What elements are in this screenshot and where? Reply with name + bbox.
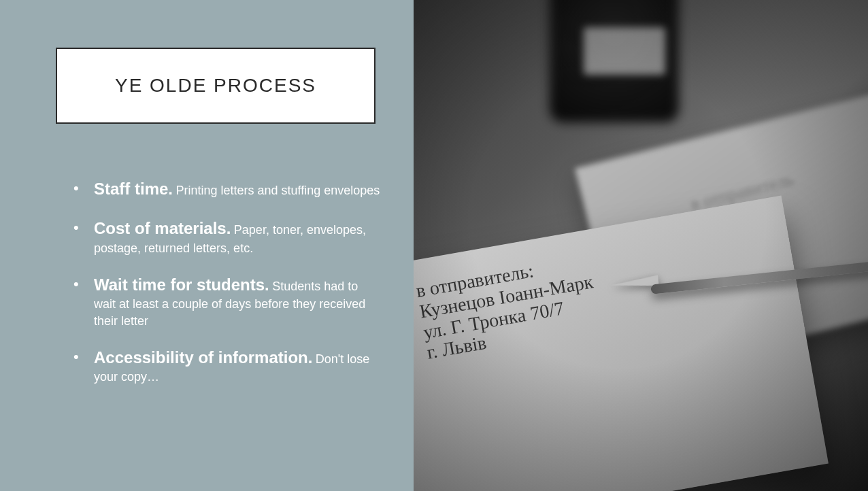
bullet-body: Printing letters and stuffing envelopes bbox=[176, 184, 380, 197]
bullet-heading: Wait time for students. bbox=[94, 275, 269, 294]
slide-title: YE OLDE PROCESS bbox=[115, 75, 316, 97]
bullet-item: Accessibility of information. Don't lose… bbox=[68, 347, 381, 386]
bullet-item: Wait time for students. Students had to … bbox=[68, 274, 381, 329]
bullet-heading: Staff time. bbox=[94, 180, 173, 198]
right-panel-image: в отправитель Кузнецов в отправитель: Ку… bbox=[414, 0, 868, 491]
left-panel: YE OLDE PROCESS Staff time. Printing let… bbox=[0, 0, 414, 491]
ink-bottle-label bbox=[584, 27, 665, 75]
bullet-heading: Accessibility of information. bbox=[94, 348, 312, 367]
slide: YE OLDE PROCESS Staff time. Printing let… bbox=[0, 0, 868, 491]
bullet-item: Cost of materials. Paper, toner, envelop… bbox=[68, 218, 381, 256]
bullet-item: Staff time. Printing letters and stuffin… bbox=[68, 178, 381, 200]
bullet-heading: Cost of materials. bbox=[94, 219, 231, 237]
bullet-list: Staff time. Printing letters and stuffin… bbox=[68, 178, 381, 403]
title-box: YE OLDE PROCESS bbox=[56, 48, 375, 124]
